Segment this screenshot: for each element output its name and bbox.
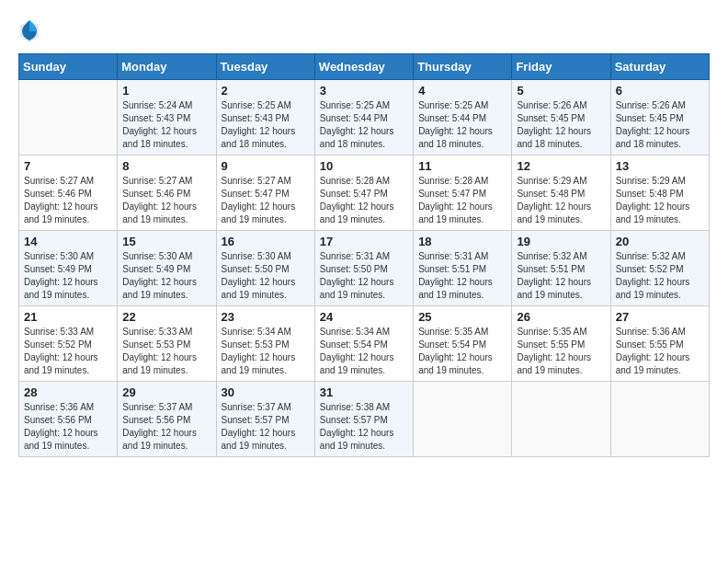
day-cell: 14Sunrise: 5:30 AM Sunset: 5:49 PM Dayli… — [19, 231, 118, 306]
day-info: Sunrise: 5:28 AM Sunset: 5:47 PM Dayligh… — [418, 175, 506, 226]
day-info: Sunrise: 5:27 AM Sunset: 5:46 PM Dayligh… — [24, 175, 112, 226]
day-number: 16 — [222, 235, 310, 248]
day-number: 20 — [616, 235, 704, 248]
day-number: 25 — [418, 310, 506, 324]
day-number: 8 — [122, 159, 210, 173]
day-cell — [610, 382, 709, 457]
day-cell: 9Sunrise: 5:27 AM Sunset: 5:47 PM Daylig… — [216, 155, 314, 231]
day-info: Sunrise: 5:36 AM Sunset: 5:55 PM Dayligh… — [616, 326, 704, 377]
day-info: Sunrise: 5:30 AM Sunset: 5:49 PM Dayligh… — [122, 250, 210, 302]
week-row-4: 21Sunrise: 5:33 AM Sunset: 5:52 PM Dayli… — [19, 306, 710, 382]
header-tuesday: Tuesday — [216, 54, 314, 80]
day-number: 18 — [418, 235, 506, 248]
day-cell: 16Sunrise: 5:30 AM Sunset: 5:50 PM Dayli… — [216, 231, 314, 306]
day-info: Sunrise: 5:27 AM Sunset: 5:47 PM Dayligh… — [222, 175, 310, 226]
day-cell: 21Sunrise: 5:33 AM Sunset: 5:52 PM Dayli… — [19, 306, 118, 382]
day-number: 10 — [320, 159, 408, 173]
day-cell: 30Sunrise: 5:37 AM Sunset: 5:57 PM Dayli… — [216, 382, 314, 457]
day-info: Sunrise: 5:30 AM Sunset: 5:50 PM Dayligh… — [222, 250, 310, 302]
day-number: 26 — [517, 310, 605, 324]
week-row-5: 28Sunrise: 5:36 AM Sunset: 5:56 PM Dayli… — [19, 382, 710, 457]
day-cell — [512, 382, 610, 457]
day-cell: 24Sunrise: 5:34 AM Sunset: 5:54 PM Dayli… — [314, 306, 413, 382]
day-cell — [19, 80, 118, 155]
day-cell: 2Sunrise: 5:25 AM Sunset: 5:43 PM Daylig… — [216, 80, 314, 155]
header-friday: Friday — [512, 54, 610, 80]
day-number: 22 — [122, 310, 210, 324]
day-number: 5 — [517, 84, 605, 98]
day-info: Sunrise: 5:29 AM Sunset: 5:48 PM Dayligh… — [616, 175, 704, 226]
day-cell: 15Sunrise: 5:30 AM Sunset: 5:49 PM Dayli… — [118, 231, 216, 306]
logo — [18, 18, 44, 44]
day-info: Sunrise: 5:26 AM Sunset: 5:45 PM Dayligh… — [517, 99, 605, 151]
day-cell: 8Sunrise: 5:27 AM Sunset: 5:46 PM Daylig… — [118, 155, 216, 231]
day-number: 7 — [24, 159, 112, 173]
day-cell — [414, 382, 512, 457]
day-info: Sunrise: 5:36 AM Sunset: 5:56 PM Dayligh… — [24, 401, 112, 453]
day-cell: 11Sunrise: 5:28 AM Sunset: 5:47 PM Dayli… — [414, 155, 512, 231]
day-number: 30 — [222, 385, 310, 399]
day-number: 14 — [24, 235, 112, 248]
day-cell: 26Sunrise: 5:35 AM Sunset: 5:55 PM Dayli… — [512, 306, 610, 382]
day-info: Sunrise: 5:33 AM Sunset: 5:52 PM Dayligh… — [24, 326, 112, 377]
day-cell: 19Sunrise: 5:32 AM Sunset: 5:51 PM Dayli… — [512, 231, 610, 306]
day-cell: 23Sunrise: 5:34 AM Sunset: 5:53 PM Dayli… — [216, 306, 314, 382]
day-cell: 28Sunrise: 5:36 AM Sunset: 5:56 PM Dayli… — [19, 382, 118, 457]
day-cell: 18Sunrise: 5:31 AM Sunset: 5:51 PM Dayli… — [414, 231, 512, 306]
day-number: 12 — [517, 159, 605, 173]
day-number: 3 — [320, 84, 408, 98]
day-info: Sunrise: 5:35 AM Sunset: 5:55 PM Dayligh… — [517, 326, 605, 377]
day-info: Sunrise: 5:25 AM Sunset: 5:44 PM Dayligh… — [418, 99, 506, 151]
day-cell: 27Sunrise: 5:36 AM Sunset: 5:55 PM Dayli… — [610, 306, 709, 382]
day-number: 31 — [320, 385, 408, 399]
day-number: 11 — [418, 159, 506, 173]
day-cell: 4Sunrise: 5:25 AM Sunset: 5:44 PM Daylig… — [414, 80, 512, 155]
day-info: Sunrise: 5:24 AM Sunset: 5:43 PM Dayligh… — [122, 99, 210, 151]
day-number: 2 — [222, 84, 310, 98]
day-cell: 22Sunrise: 5:33 AM Sunset: 5:53 PM Dayli… — [118, 306, 216, 382]
day-number: 6 — [616, 84, 704, 98]
day-info: Sunrise: 5:38 AM Sunset: 5:57 PM Dayligh… — [320, 401, 408, 453]
day-info: Sunrise: 5:37 AM Sunset: 5:56 PM Dayligh… — [122, 401, 210, 453]
day-info: Sunrise: 5:26 AM Sunset: 5:45 PM Dayligh… — [616, 99, 704, 151]
day-cell: 5Sunrise: 5:26 AM Sunset: 5:45 PM Daylig… — [512, 80, 610, 155]
day-info: Sunrise: 5:32 AM Sunset: 5:52 PM Dayligh… — [616, 250, 704, 302]
day-cell: 20Sunrise: 5:32 AM Sunset: 5:52 PM Dayli… — [610, 231, 709, 306]
day-number: 27 — [616, 310, 704, 324]
day-info: Sunrise: 5:25 AM Sunset: 5:43 PM Dayligh… — [222, 99, 310, 151]
day-info: Sunrise: 5:31 AM Sunset: 5:51 PM Dayligh… — [418, 250, 506, 302]
day-info: Sunrise: 5:33 AM Sunset: 5:53 PM Dayligh… — [122, 326, 210, 377]
day-info: Sunrise: 5:27 AM Sunset: 5:46 PM Dayligh… — [122, 175, 210, 226]
day-info: Sunrise: 5:37 AM Sunset: 5:57 PM Dayligh… — [222, 401, 310, 453]
day-number: 28 — [24, 385, 112, 399]
day-cell: 12Sunrise: 5:29 AM Sunset: 5:48 PM Dayli… — [512, 155, 610, 231]
week-row-2: 7Sunrise: 5:27 AM Sunset: 5:46 PM Daylig… — [19, 155, 710, 231]
day-info: Sunrise: 5:25 AM Sunset: 5:44 PM Dayligh… — [320, 99, 408, 151]
day-number: 29 — [122, 385, 210, 399]
day-cell: 31Sunrise: 5:38 AM Sunset: 5:57 PM Dayli… — [314, 382, 413, 457]
day-number: 24 — [320, 310, 408, 324]
calendar-table: Sunday Monday Tuesday Wednesday Thursday… — [18, 53, 710, 457]
day-info: Sunrise: 5:30 AM Sunset: 5:49 PM Dayligh… — [24, 250, 112, 302]
day-info: Sunrise: 5:34 AM Sunset: 5:53 PM Dayligh… — [222, 326, 310, 377]
day-number: 21 — [24, 310, 112, 324]
header-thursday: Thursday — [414, 54, 512, 80]
header — [18, 18, 710, 44]
day-info: Sunrise: 5:35 AM Sunset: 5:54 PM Dayligh… — [418, 326, 506, 377]
day-number: 1 — [122, 84, 210, 98]
day-cell: 6Sunrise: 5:26 AM Sunset: 5:45 PM Daylig… — [610, 80, 709, 155]
day-info: Sunrise: 5:28 AM Sunset: 5:47 PM Dayligh… — [320, 175, 408, 226]
header-sunday: Sunday — [19, 54, 118, 80]
header-monday: Monday — [118, 54, 216, 80]
day-cell: 17Sunrise: 5:31 AM Sunset: 5:50 PM Dayli… — [314, 231, 413, 306]
logo-icon — [18, 18, 40, 44]
day-cell: 25Sunrise: 5:35 AM Sunset: 5:54 PM Dayli… — [414, 306, 512, 382]
day-number: 23 — [222, 310, 310, 324]
header-wednesday: Wednesday — [314, 54, 413, 80]
header-saturday: Saturday — [610, 54, 709, 80]
day-number: 13 — [616, 159, 704, 173]
day-info: Sunrise: 5:29 AM Sunset: 5:48 PM Dayligh… — [517, 175, 605, 226]
day-number: 15 — [122, 235, 210, 248]
day-cell: 3Sunrise: 5:25 AM Sunset: 5:44 PM Daylig… — [314, 80, 413, 155]
day-number: 4 — [418, 84, 506, 98]
